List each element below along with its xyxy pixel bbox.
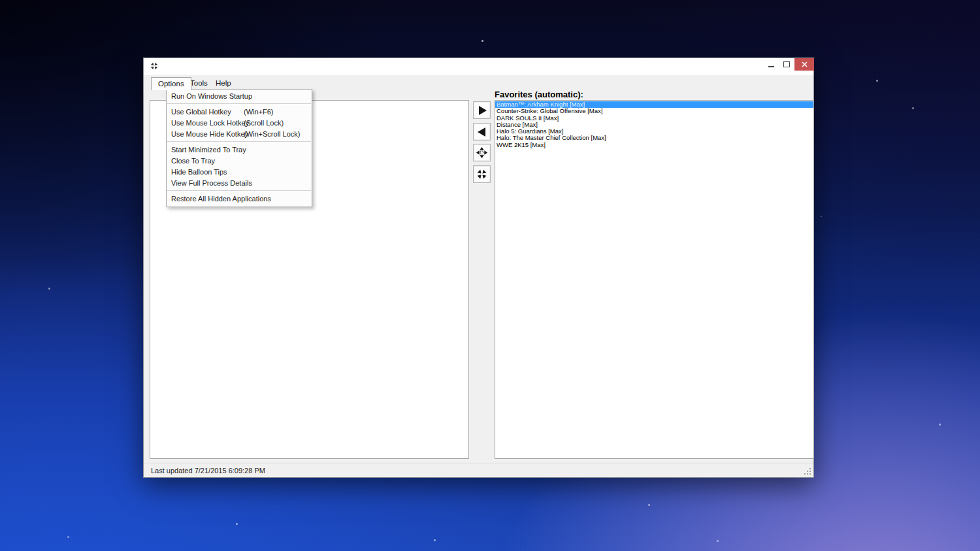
menu-item-use-global-hotkey[interactable]: Use Global Hotkey(Win+F6)	[167, 107, 312, 118]
app-shrink-arrows-icon	[150, 61, 159, 71]
favorites-item[interactable]: Counter-Strike: Global Offensive [Max]	[495, 108, 813, 114]
star-icon	[67, 536, 69, 538]
add-to-favorites-button[interactable]	[473, 101, 491, 119]
favorites-item[interactable]: Distance [Max]	[495, 122, 813, 128]
menu-item-label: Close To Tray	[171, 157, 215, 165]
favorites-item[interactable]: Halo 5: Guardians [Max]	[495, 128, 813, 135]
star-icon	[912, 107, 914, 109]
star-icon	[717, 540, 719, 542]
arrows-in-icon	[476, 168, 488, 180]
star-icon	[821, 216, 822, 217]
menu-item-hide-balloon-tips[interactable]: Hide Balloon Tips	[167, 167, 312, 178]
menu-item-label: View Full Process Details	[171, 179, 252, 187]
collapse-window-button[interactable]	[473, 165, 491, 183]
star-icon	[482, 40, 483, 42]
favorites-item[interactable]: Batman™: Arkham Knight [Max]	[495, 101, 813, 108]
menu-item-view-full-process-details[interactable]: View Full Process Details	[167, 178, 312, 189]
star-icon	[648, 504, 650, 506]
favorites-label: Favorites (automatic):	[495, 90, 583, 99]
maximize-button[interactable]	[779, 58, 794, 71]
close-button[interactable]	[794, 58, 814, 71]
menubar-item-options[interactable]: Options	[151, 77, 191, 90]
menu-item-label: Use Global Hotkey	[171, 108, 231, 116]
menu-item-label: Restore All Hidden Applications	[171, 195, 271, 203]
favorites-listbox[interactable]: Batman™: Arkham Knight [Max]Counter-Stri…	[495, 100, 814, 459]
titlebar[interactable]	[144, 58, 813, 75]
right-triangle-icon	[476, 105, 488, 116]
expand-window-button[interactable]	[473, 144, 491, 161]
options-dropdown: Run On Windows StartupUse Global Hotkey(…	[166, 89, 312, 207]
desktop: Options Tools Help Favorites (automatic)…	[0, 0, 980, 551]
menu-item-label: Hide Balloon Tips	[171, 168, 227, 176]
star-icon	[939, 424, 941, 426]
menu-item-label: Run On Windows Startup	[171, 92, 252, 100]
resize-grip-icon[interactable]	[804, 467, 812, 476]
menu-item-use-mouse-hide-kotkey[interactable]: Use Mouse Hide Kotkey(Win+Scroll Lock)	[167, 129, 312, 140]
menu-item-close-to-tray[interactable]: Close To Tray	[167, 156, 312, 167]
minimize-icon	[768, 66, 774, 67]
menu-item-shortcut: (Win+Scroll Lock)	[244, 129, 301, 140]
left-triangle-icon	[476, 126, 488, 138]
minimize-button[interactable]	[763, 58, 779, 71]
star-icon	[236, 523, 238, 525]
app-window: Options Tools Help Favorites (automatic)…	[143, 58, 814, 478]
favorites-item[interactable]: Halo: The Master Chief Collection [Max]	[495, 135, 813, 141]
favorites-item[interactable]: DARK SOULS II [Max]	[495, 115, 813, 122]
star-icon	[434, 539, 436, 541]
star-icon	[876, 80, 878, 82]
menu-item-shortcut: (Scroll Lock)	[244, 118, 284, 129]
close-x-icon	[802, 61, 808, 67]
arrows-out-icon	[476, 146, 488, 159]
last-updated-text: Last updated 7/21/2015 6:09:28 PM	[151, 463, 265, 478]
menu-item-label: Use Mouse Hide Kotkey	[171, 130, 248, 138]
remove-from-favorites-button[interactable]	[473, 123, 491, 141]
menu-item-run-on-windows-startup[interactable]: Run On Windows Startup	[167, 91, 312, 102]
menu-item-restore-all-hidden-applications[interactable]: Restore All Hidden Applications	[167, 193, 312, 205]
menu-item-shortcut: (Win+F6)	[244, 107, 274, 118]
menu-item-use-mouse-lock-hotkey[interactable]: Use Mouse Lock Hotkey(Scroll Lock)	[167, 118, 312, 129]
statusbar: Last updated 7/21/2015 6:09:28 PM	[144, 463, 813, 477]
star-icon	[48, 288, 50, 290]
menu-item-label: Start Minimized To Tray	[171, 146, 246, 154]
menubar-item-help[interactable]: Help	[209, 77, 238, 90]
favorites-item[interactable]: WWE 2K15 [Max]	[495, 142, 813, 148]
menu-item-label: Use Mouse Lock Hotkey	[171, 119, 249, 127]
menu-item-start-minimized-to-tray[interactable]: Start Minimized To Tray	[167, 144, 312, 156]
maximize-icon	[783, 61, 790, 67]
